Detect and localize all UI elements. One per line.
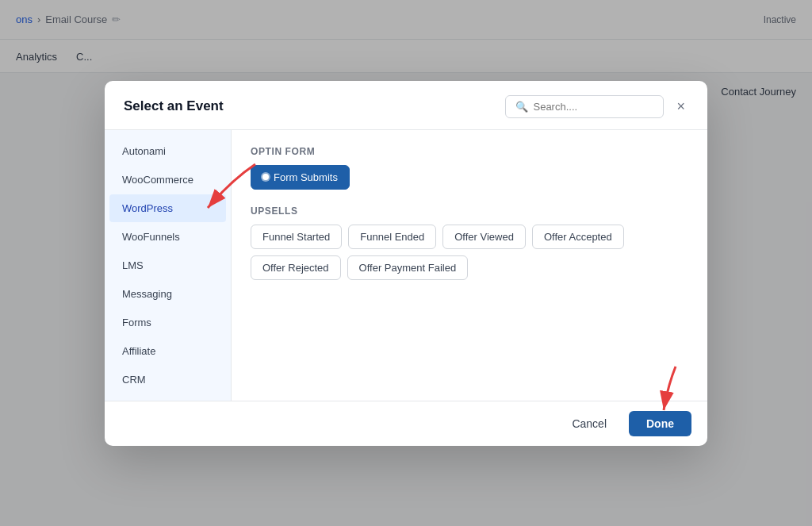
search-icon: 🔍 [515,101,528,113]
event-label: Offer Rejected [262,262,329,274]
sidebar-item-affiliate[interactable]: Affiliate [109,337,226,365]
event-label: Offer Viewed [454,231,514,243]
select-event-modal: Select an Event 🔍 × AutonamiWooCommerceW… [105,81,707,446]
main-content: Optin FormForm SubmitsUpsellsFunnel Star… [232,130,707,401]
sidebar-item-wordpress[interactable]: WordPress [109,194,226,222]
sidebar-item-autonami[interactable]: Autonami [109,137,226,165]
search-input[interactable] [533,101,653,113]
sidebar-item-woocommerce[interactable]: WooCommerce [109,166,226,194]
events-row: Funnel StartedFunnel EndedOffer ViewedOf… [251,225,688,280]
sidebar-item-messaging[interactable]: Messaging [109,280,226,308]
modal-header-right: 🔍 × [505,95,688,118]
sidebar: AutonamiWooCommerceWordPressWooFunnelsLM… [105,130,232,401]
sidebar-item-lms[interactable]: LMS [109,251,226,279]
event-btn-form-submits[interactable]: Form Submits [251,165,350,190]
event-btn-offer-rejected[interactable]: Offer Rejected [251,255,341,280]
modal-title: Select an Event [124,98,224,114]
event-btn-offer-payment-failed[interactable]: Offer Payment Failed [347,255,469,280]
sidebar-item-woofunnels[interactable]: WooFunnels [109,223,226,251]
close-button[interactable]: × [673,98,688,115]
modal-body: AutonamiWooCommerceWordPressWooFunnelsLM… [105,130,707,401]
modal-overlay: Select an Event 🔍 × AutonamiWooCommerceW… [0,0,812,526]
selected-dot [262,174,269,180]
event-label: Funnel Ended [360,231,424,243]
event-btn-funnel-started[interactable]: Funnel Started [251,225,342,249]
sidebar-item-forms[interactable]: Forms [109,309,226,336]
event-btn-offer-accepted[interactable]: Offer Accepted [532,225,624,249]
done-button[interactable]: Done [629,411,691,436]
events-row: Form Submits [251,165,688,190]
event-label: Form Submits [274,171,338,183]
event-label: Offer Accepted [544,231,612,243]
modal-footer: Cancel Done [105,401,707,446]
event-btn-offer-viewed[interactable]: Offer Viewed [442,225,526,249]
search-box[interactable]: 🔍 [505,95,664,118]
sidebar-item-crm[interactable]: CRM [109,366,226,394]
modal-header: Select an Event 🔍 × [105,81,707,130]
event-label: Funnel Started [262,231,330,243]
section-label-optin-form: Optin Form [251,146,688,157]
cancel-button[interactable]: Cancel [557,411,621,436]
event-btn-funnel-ended[interactable]: Funnel Ended [348,225,436,249]
section-label-upsells: Upsells [251,205,688,217]
event-label: Offer Payment Failed [359,262,457,274]
